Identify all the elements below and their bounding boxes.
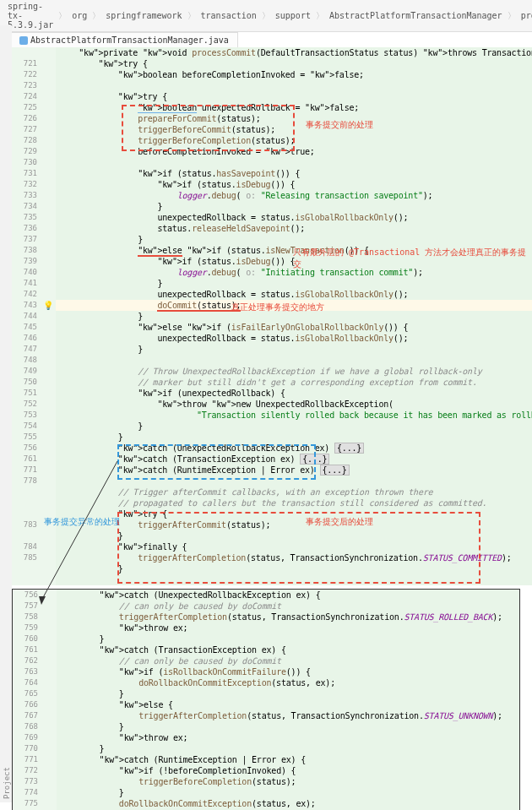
code-content[interactable]: } [56, 563, 532, 574]
code-line[interactable]: 763 "kw">if (isRollbackOnCommitFailure()… [13, 666, 519, 677]
code-content[interactable]: "kw">boolean unexpectedRollback = "kw">f… [56, 102, 532, 113]
code-content[interactable]: } [56, 234, 532, 245]
code-content[interactable]: triggerAfterCompletion(status, Transacti… [57, 710, 519, 721]
code-content[interactable]: status.releaseHeldSavepoint(); [56, 223, 532, 234]
code-content[interactable]: unexpectedRollback = status.isGlobalRoll… [56, 289, 532, 300]
code-line[interactable]: 749 // Throw UnexpectedRollbackException… [12, 366, 532, 377]
code-content[interactable]: "kw">throw "kw">new UnexpectedRollbackEx… [56, 399, 532, 410]
code-content[interactable]: unexpectedRollback = status.isGlobalRoll… [56, 333, 532, 344]
code-line[interactable]: 729 beforeCompletionInvoked = "kw">true; [12, 146, 532, 157]
code-content[interactable]: prepareForCommit(status); [56, 113, 532, 124]
code-line[interactable]: 772 "kw">if (!beforeCompletionInvoked) { [13, 765, 519, 776]
code-content[interactable]: triggerBeforeCompletion(status); [56, 135, 532, 146]
code-line[interactable]: 775 doRollbackOnCommitException(status, … [13, 798, 519, 809]
code-line[interactable]: 723 [12, 80, 532, 91]
code-content[interactable]: "kw">catch (TransactionException ex) {..… [56, 454, 532, 465]
code-line[interactable]: 769 "kw">throw ex; [13, 732, 519, 743]
code-content[interactable]: "kw">else "kw">if (isFailEarlyOnGlobalRo… [56, 322, 532, 333]
code-line[interactable]: 732 "kw">if (status.isDebug()) { [12, 179, 532, 190]
code-content[interactable]: "kw">throw ex; [57, 732, 519, 743]
code-line[interactable]: 731 "kw">if (status.hasSavepoint()) { [12, 168, 532, 179]
code-line[interactable]: 765 } [13, 688, 519, 699]
code-line[interactable]: 747 } [12, 344, 532, 355]
code-line[interactable]: 755 } [12, 432, 532, 443]
code-line[interactable]: 733 logger.debug( o: "Releasing transact… [12, 190, 532, 201]
code-content[interactable] [56, 574, 532, 585]
breadcrumb-item[interactable]: transaction [198, 11, 259, 20]
code-line[interactable]: 727 triggerBeforeCommit(status); [12, 124, 532, 135]
code-content[interactable]: } [57, 721, 519, 732]
code-line[interactable]: 746 unexpectedRollback = status.isGlobal… [12, 333, 532, 344]
code-content[interactable]: beforeCompletionInvoked = "kw">true; [56, 146, 532, 157]
code-line[interactable]: 734 } [12, 201, 532, 212]
code-content[interactable]: "kw">boolean beforeCompletionInvoked = "… [56, 69, 532, 80]
code-line[interactable]: 764 doRollbackOnCommitException(status, … [13, 677, 519, 688]
breadcrumb-item[interactable]: org [69, 11, 90, 20]
code-content[interactable]: "kw">finally { [56, 541, 532, 552]
code-line[interactable]: 754 } [12, 421, 532, 432]
code-content[interactable] [56, 80, 532, 91]
code-content[interactable]: } [57, 787, 519, 798]
code-content[interactable]: "kw">try { [56, 508, 532, 519]
code-content[interactable]: // can only be caused by doCommit [57, 655, 519, 666]
code-content[interactable]: "kw">throw ex; [57, 622, 519, 633]
code-content[interactable]: "kw">private "kw">void processCommit(Def… [56, 47, 532, 58]
code-line[interactable]: 741 } [12, 278, 532, 289]
code-content[interactable]: } [56, 432, 532, 443]
code-line[interactable]: "kw">private "kw">void processCommit(Def… [12, 47, 532, 58]
code-content[interactable]: "kw">catch (UnexpectedRollbackException … [56, 443, 532, 454]
code-content[interactable]: "kw">if (isRollbackOnCommitFailure()) { [57, 666, 519, 677]
sidebar-commit[interactable]: Commit [0, 25, 2, 802]
code-editor[interactable]: 事务提交前的处理 只有最外层的 @Transactional 方法才会处理真正的… [12, 47, 532, 585]
code-line[interactable]: 761 "kw">catch (TransactionException ex)… [13, 644, 519, 655]
code-content[interactable]: } [57, 688, 519, 699]
code-line[interactable]: 770 } [13, 743, 519, 754]
code-line[interactable]: 756 "kw">catch (UnexpectedRollbackExcept… [12, 443, 532, 454]
code-content[interactable]: // Trigger afterCommit callbacks, with a… [56, 487, 532, 497]
code-line[interactable]: 751 "kw">if (unexpectedRollback) { [12, 388, 532, 399]
code-content[interactable]: } [56, 530, 532, 541]
code-line[interactable]: 758 triggerAfterCompletion(status, Trans… [13, 612, 519, 622]
code-line[interactable]: 768 } [13, 721, 519, 732]
code-content[interactable]: "kw">if (status.isDebug()) { [56, 179, 532, 190]
code-content[interactable]: } [57, 633, 519, 644]
code-content[interactable]: // marker but still didn't get a corresp… [56, 377, 532, 388]
code-line[interactable]: 773 triggerBeforeCompletion(status); [13, 776, 519, 787]
code-line[interactable]: 766 "kw">else { [13, 699, 519, 710]
code-content[interactable]: } [56, 344, 532, 355]
breadcrumb-item[interactable]: AbstractPlatformTransactionManager [327, 11, 505, 20]
code-content[interactable]: "kw">if (status.hasSavepoint()) { [56, 168, 532, 179]
code-content[interactable] [56, 476, 532, 487]
breadcrumb-item[interactable]: processCommit [518, 11, 532, 20]
breadcrumb-item[interactable]: support [273, 11, 313, 20]
code-content[interactable]: "kw">catch (UnexpectedRollbackException … [57, 590, 519, 601]
code-content[interactable]: triggerBeforeCommit(status); [56, 124, 532, 135]
code-content[interactable]: } [57, 743, 519, 754]
code-content[interactable]: "kw">try { [56, 58, 532, 69]
code-content[interactable]: "kw">catch (TransactionException ex) { [57, 644, 519, 655]
code-line[interactable]: 737 } [12, 234, 532, 245]
code-content[interactable] [56, 157, 532, 168]
code-content[interactable]: "kw">try { [56, 91, 532, 102]
file-tab[interactable]: AbstractPlatformTransactionManager.java [10, 32, 238, 47]
code-line[interactable]: 760 } [13, 633, 519, 644]
code-content[interactable]: "kw">catch (RuntimeException | Error ex)… [57, 754, 519, 765]
code-content[interactable]: logger.debug( o: "Releasing transaction … [56, 190, 532, 201]
code-line[interactable]: 730 [12, 157, 532, 168]
code-content[interactable]: // can only be caused by doCommit [57, 601, 519, 612]
code-line[interactable]: 748 [12, 355, 532, 366]
code-line[interactable]: 722 "kw">boolean beforeCompletionInvoked… [12, 69, 532, 80]
code-content[interactable]: triggerAfterCompletion(status, Transacti… [57, 612, 519, 622]
code-content[interactable]: "Transaction silently rolled back becaus… [56, 410, 532, 421]
code-line[interactable]: 735 unexpectedRollback = status.isGlobal… [12, 212, 532, 223]
code-content[interactable] [56, 355, 532, 366]
code-line[interactable]: 774 } [13, 787, 519, 798]
code-line[interactable]: 726 prepareForCommit(status); [12, 113, 532, 124]
code-content[interactable]: doRollbackOnCommitException(status, ex); [57, 798, 519, 809]
code-content[interactable]: triggerAfterCompletion(status, Transacti… [56, 552, 532, 563]
code-line[interactable]: 762 // can only be caused by doCommit [13, 655, 519, 666]
breadcrumb[interactable]: spring-tx-5.3.9.jar〉org〉springframework〉… [0, 0, 532, 32]
code-line[interactable]: 745 "kw">else "kw">if (isFailEarlyOnGlob… [12, 322, 532, 333]
code-line[interactable]: 721 "kw">try { [12, 58, 532, 69]
code-line[interactable]: 771 "kw">catch (RuntimeException | Error… [13, 754, 519, 765]
